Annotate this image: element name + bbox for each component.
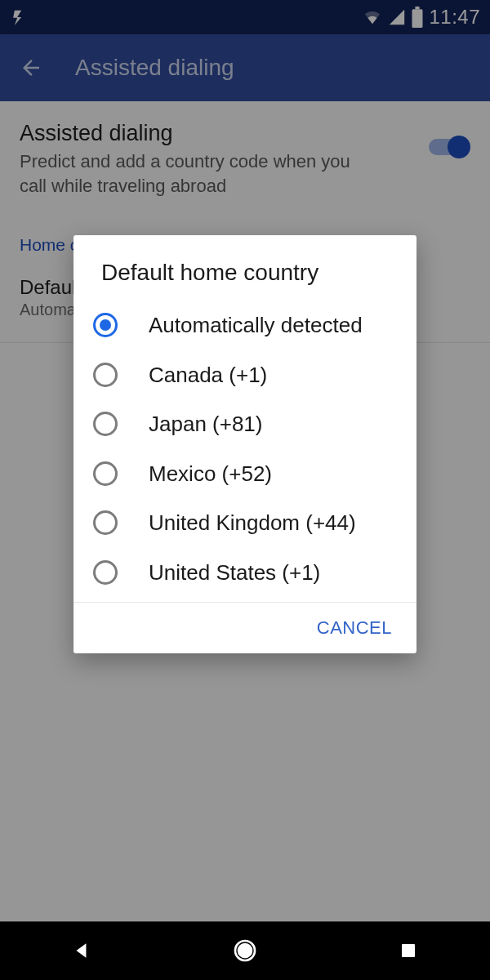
svg-rect-4 [402, 944, 415, 957]
radio-icon [93, 560, 118, 585]
radio-icon [93, 313, 118, 337]
dialog-options-list: Automatically detected Canada (+1) Japan… [74, 301, 416, 597]
option-automatically-detected[interactable]: Automatically detected [74, 301, 416, 350]
nav-back-button[interactable] [57, 926, 106, 975]
option-united-kingdom[interactable]: United Kingdom (+44) [74, 498, 416, 548]
option-japan[interactable]: Japan (+81) [74, 399, 416, 449]
option-label: United States (+1) [149, 559, 320, 586]
dialog-actions: CANCEL [74, 603, 416, 653]
screen: 11:47 Assisted dialing Assisted dialing … [0, 0, 490, 980]
option-label: Automatically detected [149, 312, 363, 339]
radio-icon [93, 412, 118, 436]
option-label: United Kingdom (+44) [149, 510, 356, 537]
nav-home-button[interactable] [220, 926, 270, 975]
option-canada[interactable]: Canada (+1) [74, 350, 416, 400]
option-mexico[interactable]: Mexico (+52) [74, 449, 416, 499]
option-label: Mexico (+52) [149, 461, 272, 488]
radio-icon [93, 363, 118, 387]
nav-divider [0, 921, 490, 922]
radio-icon [93, 461, 118, 486]
option-label: Canada (+1) [149, 362, 267, 389]
nav-recents-button[interactable] [384, 926, 433, 975]
option-united-states[interactable]: United States (+1) [74, 548, 416, 598]
radio-icon [93, 510, 118, 535]
svg-point-3 [238, 944, 252, 957]
dialog-title: Default home country [74, 235, 416, 301]
default-home-country-dialog: Default home country Automatically detec… [74, 235, 416, 653]
cancel-button[interactable]: CANCEL [317, 617, 392, 639]
option-label: Japan (+81) [149, 411, 262, 438]
navigation-bar [0, 921, 490, 980]
